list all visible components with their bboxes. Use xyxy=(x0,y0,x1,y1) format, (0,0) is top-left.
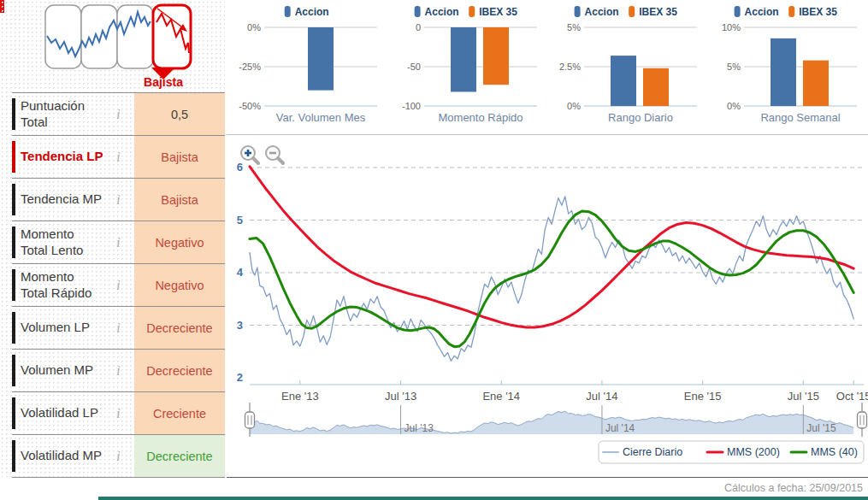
x-tick-label: Ene '13 xyxy=(281,390,319,403)
trend-box-bajista-active xyxy=(153,5,191,68)
table-row-tendencia-mp: Tendencia MPiBajista xyxy=(12,179,225,221)
y-tick-label: 0% xyxy=(567,101,581,111)
legend-item-accion[interactable]: Accion xyxy=(285,6,329,18)
legend-chip xyxy=(415,6,421,17)
info-icon[interactable]: i xyxy=(116,320,121,337)
y-tick-label: 0% xyxy=(247,22,261,32)
legend-chip xyxy=(735,6,741,17)
y-tick-label: -50% xyxy=(239,101,261,111)
legend-item-ibex-35[interactable]: IBEX 35 xyxy=(469,6,517,18)
navigator-tick-label: Jul '15 xyxy=(806,422,836,434)
score-table: Puntuación Totali0,5Tendencia LPiBajista… xyxy=(0,92,225,478)
row-accent-bar xyxy=(12,355,15,386)
price-chart: 65432Ene '13Jul '13Ene '14Jul '14Ene '15… xyxy=(227,135,868,477)
table-row-volumen-lp: Volumen LPiDecreciente xyxy=(12,307,225,350)
y-tick-label: 0 xyxy=(416,22,421,32)
legend-chip xyxy=(285,6,291,17)
legend-label: Cierre Diario xyxy=(623,446,682,458)
info-icon[interactable]: i xyxy=(116,448,121,465)
row-accent-bar xyxy=(12,226,15,258)
info-icon[interactable]: i xyxy=(116,106,121,123)
legend-chip xyxy=(575,6,581,17)
legend-item-accion[interactable]: Accion xyxy=(575,6,619,18)
row-value: Negativo xyxy=(134,221,225,263)
trend-box-1 xyxy=(45,5,81,68)
legend-label: MMS (200) xyxy=(727,446,780,458)
legend-item-accion[interactable]: Accion xyxy=(415,6,459,18)
trend-state-label: Bajista xyxy=(133,75,193,89)
table-row-volatilidad-mp: Volatilidad MPiDecreciente xyxy=(12,435,225,478)
row-label: Tendencia LP xyxy=(21,149,104,165)
y-tick-label: 4 xyxy=(237,266,244,279)
navigator-handle-right[interactable] xyxy=(858,403,867,437)
navigator[interactable]: Jul '13Jul '14Jul '15 xyxy=(250,405,853,434)
stock-analysis-dashboard: Bajista Puntuación Totali0,5Tendencia LP… xyxy=(0,0,868,500)
bar-accion xyxy=(611,56,636,106)
calculation-date: Cálculos a fecha: 25/09/2015 xyxy=(724,482,863,494)
y-tick-label: 2 xyxy=(237,371,243,384)
y-tick-label: 5 xyxy=(237,214,243,226)
legend-chip xyxy=(469,6,475,17)
legend-label: Accion xyxy=(295,6,329,18)
row-value: Negativo xyxy=(134,264,225,306)
row-accent-bar xyxy=(12,312,15,344)
y-tick-label: 2.5% xyxy=(559,62,581,72)
x-tick-label: Jul '14 xyxy=(586,390,617,403)
charts-panel: Accion0%-25%-50%Var. Volumen MesAccionIB… xyxy=(227,0,868,500)
row-value: Bajista xyxy=(134,179,225,221)
x-tick-label: Ene '14 xyxy=(482,390,520,403)
series-mms-200 xyxy=(250,167,853,327)
legend-label: Accion xyxy=(585,6,619,18)
row-value: 0,5 xyxy=(134,93,225,135)
row-label: Puntuación Total xyxy=(21,98,104,131)
row-label: Volatilidad MP xyxy=(21,448,104,464)
info-icon[interactable]: i xyxy=(116,362,121,379)
trend-state-indicator: Bajista xyxy=(0,0,225,92)
table-row-volatilidad-lp: Volatilidad LPiCreciente xyxy=(12,392,225,435)
info-icon[interactable]: i xyxy=(116,277,121,294)
mini-chart-title: Momento Rápido xyxy=(439,111,523,124)
legend-label: IBEX 35 xyxy=(639,6,677,18)
row-accent-bar xyxy=(12,269,15,301)
y-tick-label: 10% xyxy=(722,22,741,32)
row-label: Tendencia MP xyxy=(21,191,104,208)
mini-chart-momento-rapido: AccionIBEX 350-50-100Momento Rápido xyxy=(387,0,546,133)
zoom-out-icon[interactable] xyxy=(266,146,283,163)
row-accent-bar xyxy=(12,440,15,472)
mini-chart-title: Rango Semanal xyxy=(760,111,840,124)
row-label: Volumen LP xyxy=(21,320,104,336)
mini-chart-title: Var. Volumen Mes xyxy=(276,111,366,124)
bar-accion xyxy=(451,27,476,91)
mini-chart-var-volumen-mes: Accion0%-25%-50%Var. Volumen Mes xyxy=(227,0,387,133)
x-tick-label: Jul '15 xyxy=(788,390,819,403)
bar-accion xyxy=(771,38,796,106)
y-tick-label: 5% xyxy=(567,22,581,32)
row-accent-bar xyxy=(12,141,15,173)
info-icon[interactable]: i xyxy=(116,149,121,166)
mini-chart-title: Rango Diario xyxy=(608,111,673,124)
bar-accion xyxy=(308,27,334,91)
row-value: Decreciente xyxy=(134,307,225,349)
bar-ibex-35 xyxy=(803,61,829,106)
y-tick-label: 5% xyxy=(727,62,741,72)
zoom-in-icon[interactable] xyxy=(241,146,258,163)
mini-chart-rango-semanal: AccionIBEX 3510%5%0%Rango Semanal xyxy=(706,0,866,133)
bottom-accent-bar xyxy=(98,497,868,500)
x-tick-label: Ene '15 xyxy=(684,390,722,403)
info-icon[interactable]: i xyxy=(116,234,121,251)
info-icon[interactable]: i xyxy=(116,405,121,422)
info-icon[interactable]: i xyxy=(116,191,121,209)
legend-item-ibex-35[interactable]: IBEX 35 xyxy=(788,6,837,18)
legend-label: IBEX 35 xyxy=(479,6,517,18)
y-tick-label: 0% xyxy=(727,101,741,111)
trend-box-3 xyxy=(117,5,153,68)
indicator-panel: Bajista Puntuación Totali0,5Tendencia LP… xyxy=(0,0,225,477)
legend-item-ibex-35[interactable]: IBEX 35 xyxy=(629,6,677,18)
series-mms-40 xyxy=(250,211,853,347)
bar-ibex-35 xyxy=(643,68,669,106)
y-tick-label: -100 xyxy=(402,101,421,111)
y-tick-label: -25% xyxy=(239,62,261,72)
row-value: Decreciente xyxy=(134,435,225,477)
trend-sparkline-icon xyxy=(0,0,225,85)
legend-item-accion[interactable]: Accion xyxy=(735,6,779,18)
